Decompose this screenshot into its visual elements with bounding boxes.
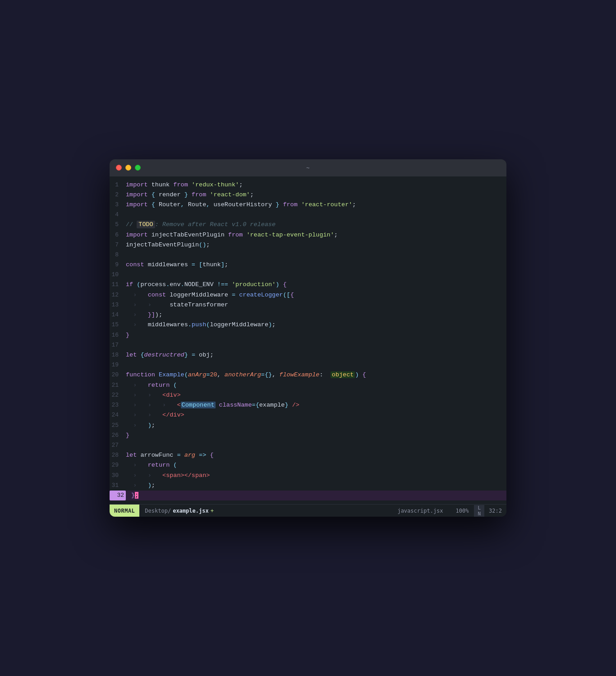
line-content: import { render } from 'react-dom'; xyxy=(126,190,506,200)
line-number: 18 xyxy=(110,350,126,360)
line-number: 12 xyxy=(110,290,126,300)
line-number: 8 xyxy=(110,250,126,259)
line-number: 4 xyxy=(110,210,126,219)
code-line: 31 › ); xyxy=(110,481,506,491)
code-line: 19 xyxy=(110,360,506,370)
line-content: › return ( xyxy=(126,380,506,390)
code-line: 2 import { render } from 'react-dom'; xyxy=(110,190,506,200)
line-content: let arrowFunc = arg => { xyxy=(126,450,506,460)
editor-window: ~ 1 import thunk from 'redux-thunk'; 2 i… xyxy=(110,159,506,517)
code-line: 13 › › stateTransformer xyxy=(110,300,506,310)
line-number: 21 xyxy=(110,380,126,390)
line-number: 31 xyxy=(110,481,126,490)
code-line: 7 injectTabEventPlugin(); xyxy=(110,240,506,250)
line-content: › return ( xyxy=(126,460,506,470)
code-editor[interactable]: 1 import thunk from 'redux-thunk'; 2 imp… xyxy=(110,176,506,505)
line-number: 24 xyxy=(110,410,126,420)
file-name: example.jsx xyxy=(173,508,208,514)
line-number: 26 xyxy=(110,431,126,440)
code-line: 20 function Example(anArg=20, anotherArg… xyxy=(110,370,506,380)
code-line: 8 xyxy=(110,250,506,260)
line-content: function Example(anArg=20, anotherArg={}… xyxy=(126,370,506,380)
scroll-percent: 100% xyxy=(451,508,474,514)
statusbar: NORMAL Desktop/example.jsx + javascript.… xyxy=(110,504,506,517)
minimize-button[interactable] xyxy=(125,165,131,171)
line-number: 2 xyxy=(110,190,126,199)
line-number: 13 xyxy=(110,300,126,310)
titlebar: ~ xyxy=(110,159,506,176)
line-number: 14 xyxy=(110,310,126,319)
code-line: 18 let {destructred} = obj; xyxy=(110,350,506,360)
code-line: 14 › }]); xyxy=(110,310,506,320)
line-content: import injectTabEventPlugin from 'react-… xyxy=(126,230,506,240)
code-line: 4 xyxy=(110,210,506,220)
line-content: › middlewares.push(loggerMiddleware); xyxy=(126,320,506,330)
line-content: › › <span></span> xyxy=(126,471,506,481)
line-content: › › stateTransformer xyxy=(126,300,506,310)
line-number: 5 xyxy=(110,220,126,229)
code-line-current: 32 }; xyxy=(110,491,506,500)
vim-mode: NORMAL xyxy=(110,505,139,517)
code-line: 25 › ); xyxy=(110,421,506,431)
code-line: 17 xyxy=(110,340,506,350)
line-content: // TODO: Remove after React v1.0 release xyxy=(126,220,506,230)
file-path-prefix: Desktop/ xyxy=(145,508,171,514)
file-path: Desktop/example.jsx + xyxy=(139,508,219,514)
code-line: 11 if (process.env.NODE_ENV !== 'product… xyxy=(110,280,506,290)
ln-indicator: LN xyxy=(474,505,484,517)
line-number: 15 xyxy=(110,320,126,329)
status-right: javascript.jsx 100% LN 32:2 xyxy=(390,505,506,517)
code-line: 22 › › <div> xyxy=(110,390,506,400)
line-number: 7 xyxy=(110,240,126,250)
line-content: › ); xyxy=(126,481,506,491)
line-content: if (process.env.NODE_ENV !== 'production… xyxy=(126,280,506,290)
traffic-lights xyxy=(116,165,141,171)
close-button[interactable] xyxy=(116,165,122,171)
line-content: const middlewares = [thunk]; xyxy=(126,260,506,270)
code-line: 9 const middlewares = [thunk]; xyxy=(110,260,506,270)
code-line: 1 import thunk from 'redux-thunk'; xyxy=(110,180,506,190)
line-number: 19 xyxy=(110,360,126,370)
line-number-current: 32 xyxy=(110,491,126,500)
line-number: 16 xyxy=(110,330,126,340)
code-line: 10 xyxy=(110,270,506,280)
line-number: 28 xyxy=(110,450,126,460)
line-number: 22 xyxy=(110,390,126,400)
code-line: 5 // TODO: Remove after React v1.0 relea… xyxy=(110,220,506,230)
line-number: 10 xyxy=(110,270,126,279)
line-number: 29 xyxy=(110,460,126,470)
filetype: javascript.jsx xyxy=(390,508,450,514)
line-content: import { Router, Route, useRouterHistory… xyxy=(126,200,506,210)
line-number: 25 xyxy=(110,421,126,430)
code-line: 29 › return ( xyxy=(110,460,506,470)
line-content: let {destructred} = obj; xyxy=(126,350,506,360)
line-content: }; xyxy=(131,491,506,500)
line-content: } xyxy=(126,330,506,340)
line-number: 27 xyxy=(110,440,126,450)
code-line: 12 › const loggerMiddleware = createLogg… xyxy=(110,290,506,300)
maximize-button[interactable] xyxy=(135,165,141,171)
window-title: ~ xyxy=(306,164,310,171)
code-line: 15 › middlewares.push(loggerMiddleware); xyxy=(110,320,506,330)
line-content: › }]); xyxy=(126,310,506,320)
code-line: 21 › return ( xyxy=(110,380,506,390)
line-number: 3 xyxy=(110,200,126,209)
code-line: 6 import injectTabEventPlugin from 'reac… xyxy=(110,230,506,240)
code-line: 27 xyxy=(110,440,506,450)
line-number: 20 xyxy=(110,370,126,380)
line-content: › › › <Component className={example} /> xyxy=(126,400,506,410)
code-line: 23 › › › <Component className={example} … xyxy=(110,400,506,410)
line-number: 9 xyxy=(110,260,126,269)
line-number: 17 xyxy=(110,340,126,350)
line-content: › const loggerMiddleware = createLogger(… xyxy=(126,290,506,300)
line-number: 23 xyxy=(110,400,126,410)
line-number: 1 xyxy=(110,180,126,190)
code-line: 16 } xyxy=(110,330,506,340)
line-number: 11 xyxy=(110,280,126,289)
line-number: 30 xyxy=(110,471,126,480)
line-number: 6 xyxy=(110,230,126,240)
line-content: injectTabEventPlugin(); xyxy=(126,240,506,250)
code-line: 3 import { Router, Route, useRouterHisto… xyxy=(110,200,506,210)
file-modified: + xyxy=(211,508,214,514)
line-content: › › </div> xyxy=(126,410,506,420)
